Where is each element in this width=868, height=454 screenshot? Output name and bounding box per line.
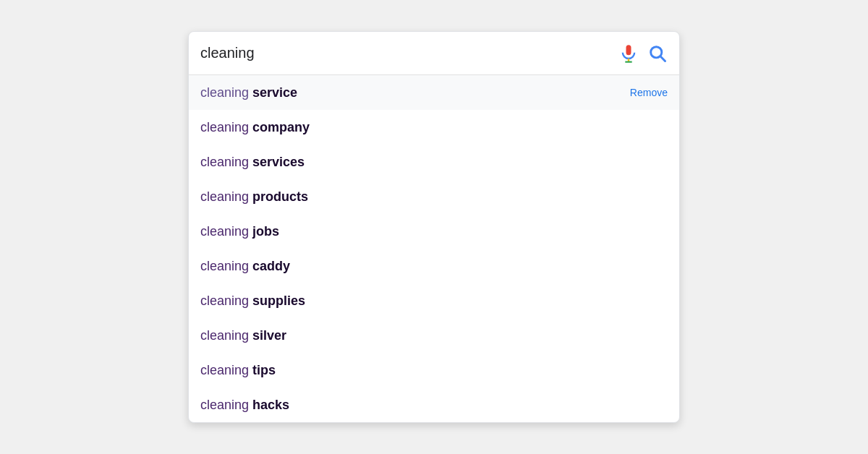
suggestion-bold: products <box>252 189 308 204</box>
suggestion-bold: hacks <box>252 398 289 412</box>
suggestion-text: cleaning hacks <box>200 398 289 413</box>
suggestion-bold: tips <box>252 363 276 377</box>
suggestion-text: cleaning caddy <box>200 259 290 274</box>
mic-icon[interactable] <box>618 43 639 64</box>
suggestion-item[interactable]: cleaning silver <box>189 318 679 353</box>
suggestion-text: cleaning silver <box>200 328 286 343</box>
suggestion-normal: cleaning <box>200 155 252 169</box>
suggestion-bold: silver <box>252 328 286 343</box>
suggestion-item[interactable]: cleaning products <box>189 179 679 214</box>
suggestion-item[interactable]: cleaning jobs <box>189 214 679 249</box>
svg-rect-0 <box>626 45 631 55</box>
suggestions-list: cleaning serviceRemovecleaning companycl… <box>189 75 679 422</box>
suggestion-bold: services <box>252 155 305 169</box>
search-icon[interactable] <box>647 43 668 64</box>
suggestion-normal: cleaning <box>200 259 252 273</box>
suggestion-text: cleaning tips <box>200 363 276 378</box>
suggestion-normal: cleaning <box>200 398 252 412</box>
suggestion-item[interactable]: cleaning company <box>189 110 679 145</box>
suggestion-text: cleaning company <box>200 120 310 135</box>
search-icons <box>618 43 668 64</box>
suggestion-normal: cleaning <box>200 328 252 343</box>
suggestion-text: cleaning jobs <box>200 224 279 239</box>
suggestion-item[interactable]: cleaning serviceRemove <box>189 75 679 110</box>
suggestion-item[interactable]: cleaning hacks <box>189 387 679 422</box>
suggestion-item[interactable]: cleaning supplies <box>189 283 679 318</box>
search-container: cleaning serviceRemovecleaning companycl… <box>188 31 680 423</box>
svg-line-4 <box>660 56 665 61</box>
search-bar <box>189 32 679 75</box>
suggestion-bold: supplies <box>252 294 305 308</box>
suggestion-normal: cleaning <box>200 85 252 100</box>
suggestion-item[interactable]: cleaning caddy <box>189 249 679 283</box>
suggestion-normal: cleaning <box>200 294 252 308</box>
suggestion-text: cleaning service <box>200 85 297 100</box>
suggestion-item[interactable]: cleaning services <box>189 145 679 179</box>
suggestion-item[interactable]: cleaning tips <box>189 353 679 387</box>
suggestion-bold: caddy <box>252 259 290 273</box>
remove-link[interactable]: Remove <box>618 87 668 98</box>
suggestion-bold: jobs <box>252 224 279 239</box>
suggestion-text: cleaning products <box>200 189 308 205</box>
suggestion-text: cleaning supplies <box>200 294 305 309</box>
suggestion-bold: service <box>252 85 297 100</box>
search-input[interactable] <box>200 45 618 61</box>
suggestion-bold: company <box>252 120 310 134</box>
suggestion-normal: cleaning <box>200 363 252 377</box>
suggestion-normal: cleaning <box>200 189 252 204</box>
suggestion-normal: cleaning <box>200 224 252 239</box>
suggestion-text: cleaning services <box>200 155 305 170</box>
suggestion-normal: cleaning <box>200 120 252 134</box>
